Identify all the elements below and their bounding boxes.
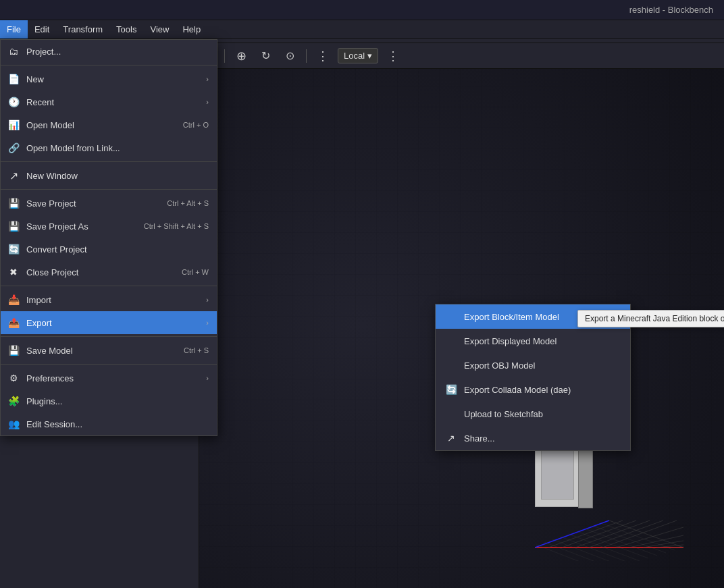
menu-item-save-project-as-label: Save Project As	[26, 221, 137, 232]
window-title: reshield - Blockbench	[629, 5, 713, 15]
coordinate-system-label: Local	[344, 51, 365, 61]
scale-tool-button[interactable]: ⊙	[280, 47, 299, 65]
svg-line-4	[575, 520, 650, 547]
new-window-icon: ↗	[7, 169, 20, 182]
menu-divider-3	[1, 189, 217, 190]
menu-item-open-link-label: Open Model from Link...	[26, 143, 209, 153]
more-options-button[interactable]: ⋮	[313, 47, 332, 65]
export-displayed-model-button[interactable]: Export Displayed Model	[436, 329, 630, 353]
file-menu-dropdown: 🗂 Project... 📄 New › 🕐 Recent › 📊 Open M…	[0, 39, 217, 436]
edit-session-icon: 👥	[7, 418, 20, 430]
chevron-down-icon: ▾	[367, 51, 372, 61]
menu-item-import-label: Import	[26, 295, 197, 305]
export-block-tooltip: Export a Minecraft Java Edition block or…	[577, 310, 724, 327]
menu-item-save-model-label: Save Model	[26, 346, 177, 356]
upload-sketchfab-label: Upload to Sketchfab	[464, 409, 543, 419]
export-collada-icon: 🔄	[445, 383, 457, 396]
menu-item-new-window-label: New Window	[26, 171, 209, 181]
menu-item-open-model[interactable]: 📊 Open Model Ctrl + O	[1, 113, 217, 136]
menu-item-recent[interactable]: 🕐 Recent ›	[1, 90, 217, 113]
menu-item-edit-session-label: Edit Session...	[26, 419, 209, 429]
share-label: Share...	[464, 433, 495, 444]
menu-divider-4	[1, 286, 217, 286]
export-displayed-label: Export Displayed Model	[464, 336, 557, 346]
menu-item-new[interactable]: 📄 New ›	[1, 68, 217, 90]
grid-display	[535, 507, 683, 561]
convert-project-icon: 🔄	[7, 243, 20, 255]
project-icon: 🗂	[7, 45, 20, 57]
menu-item-import[interactable]: 📥 Import ›	[1, 288, 217, 311]
menu-item-edit-session[interactable]: 👥 Edit Session...	[1, 412, 217, 435]
menu-item-preferences[interactable]: ⚙ Preferences ›	[1, 367, 217, 390]
menu-item-open-model-label: Open Model	[26, 120, 176, 130]
menu-item-close-project[interactable]: ✖ Close Project Ctrl + W	[1, 261, 217, 284]
title-bar: reshield - Blockbench	[0, 0, 724, 20]
svg-line-14	[593, 526, 666, 553]
close-project-icon: ✖	[7, 266, 20, 278]
move-tool-button[interactable]: ⊕	[232, 47, 251, 65]
upload-sketchfab-icon	[445, 408, 457, 420]
menu-help[interactable]: Help	[176, 20, 207, 38]
menu-item-export-label: Export	[26, 318, 197, 328]
menu-item-save-model[interactable]: 💾 Save Model Ctrl + S	[1, 339, 217, 362]
svg-line-15	[585, 529, 657, 556]
menu-item-new-window[interactable]: ↗ New Window	[1, 164, 217, 187]
svg-line-2	[548, 520, 623, 547]
svg-line-18	[561, 537, 631, 561]
menu-item-project-label: Project...	[26, 47, 209, 57]
preferences-icon: ⚙	[7, 372, 20, 384]
export-submenu: Export Block/Item Model Export a Minecra…	[435, 304, 631, 451]
menu-divider-1	[1, 65, 217, 65]
menu-item-save-project-as[interactable]: 💾 Save Project As Ctrl + Shift + Alt + S	[1, 215, 217, 238]
save-project-icon: 💾	[7, 197, 20, 209]
menu-divider-5	[1, 336, 217, 337]
menu-item-new-label: New	[26, 74, 197, 84]
close-project-shortcut: Ctrl + W	[182, 268, 209, 276]
menu-transform[interactable]: Transform	[56, 20, 109, 38]
svg-line-6	[602, 520, 677, 547]
menu-divider-2	[1, 161, 217, 162]
menu-item-convert-project[interactable]: 🔄 Convert Project	[1, 238, 217, 261]
menu-item-save-project-label: Save Project	[26, 198, 160, 209]
export-block-icon	[445, 311, 457, 323]
open-link-icon: 🔗	[7, 142, 20, 154]
open-model-shortcut: Ctrl + O	[183, 121, 209, 129]
menu-file[interactable]: File	[0, 20, 28, 38]
menu-item-plugins-label: Plugins...	[26, 396, 209, 406]
toolbar-separator-2	[306, 49, 307, 63]
menu-tools[interactable]: Tools	[109, 20, 143, 38]
svg-line-1	[535, 520, 609, 547]
upload-sketchfab-button[interactable]: Upload to Sketchfab	[436, 402, 630, 426]
export-icon: 📤	[7, 317, 20, 329]
menu-divider-6	[1, 364, 217, 365]
toolbar-separator-1	[224, 49, 225, 63]
share-button[interactable]: ↗ Share...	[436, 426, 630, 450]
menu-item-export[interactable]: 📤 Export ›	[1, 311, 217, 334]
coordinate-system-dropdown[interactable]: Local ▾	[338, 48, 378, 63]
save-model-shortcut: Ctrl + S	[184, 346, 209, 354]
share-icon: ↗	[445, 432, 457, 444]
menu-edit[interactable]: Edit	[28, 20, 56, 38]
export-collada-button[interactable]: 🔄 Export Collada Model (dae)	[436, 377, 630, 402]
svg-line-16	[577, 531, 648, 558]
svg-line-5	[589, 520, 663, 547]
menu-item-plugins[interactable]: 🧩 Plugins...	[1, 390, 217, 412]
plugins-icon: 🧩	[7, 395, 20, 407]
rotate-tool-button[interactable]: ↻	[256, 47, 275, 65]
new-file-icon: 📄	[7, 73, 20, 85]
menu-item-convert-project-label: Convert Project	[26, 244, 209, 255]
svg-line-13	[601, 523, 675, 550]
save-model-icon: 💾	[7, 344, 20, 356]
menu-view[interactable]: View	[143, 20, 176, 38]
svg-line-19	[552, 539, 623, 561]
export-obj-button[interactable]: Export OBJ Model	[436, 353, 630, 377]
save-project-as-shortcut: Ctrl + Shift + Alt + S	[144, 222, 209, 230]
submenu-arrow-import: ›	[206, 296, 209, 304]
menu-item-close-project-label: Close Project	[26, 267, 175, 277]
save-project-as-icon: 💾	[7, 220, 20, 232]
menu-item-project[interactable]: 🗂 Project...	[1, 40, 217, 63]
menu-item-open-link[interactable]: 🔗 Open Model from Link...	[1, 136, 217, 159]
extra-options-button[interactable]: ⋮	[384, 47, 403, 65]
menu-item-preferences-label: Preferences	[26, 373, 197, 383]
menu-item-save-project[interactable]: 💾 Save Project Ctrl + Alt + S	[1, 192, 217, 215]
